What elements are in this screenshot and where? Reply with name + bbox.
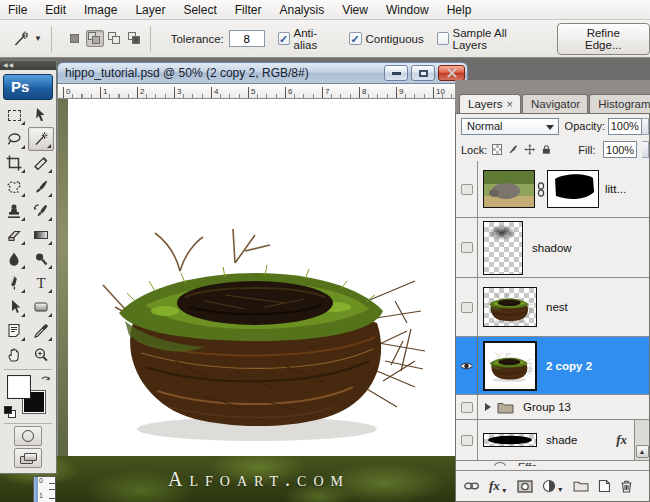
link-layers-button[interactable]	[463, 480, 480, 492]
zoom-tool[interactable]	[28, 343, 54, 367]
notes-tool[interactable]	[1, 319, 27, 343]
layer-thumbnail[interactable]	[483, 433, 537, 447]
blend-mode-select[interactable]: Normal	[461, 118, 559, 135]
adjustment-layer-button[interactable]: ▼	[542, 479, 564, 493]
visibility-toggle[interactable]	[456, 337, 478, 394]
new-group-button[interactable]	[573, 480, 589, 492]
expand-triangle-icon[interactable]	[485, 403, 491, 411]
visibility-toggle[interactable]	[456, 161, 478, 217]
shape-tool[interactable]	[28, 295, 54, 319]
tab-histogram[interactable]: Histogram	[589, 94, 650, 113]
sample-all-layers-checkbox[interactable]	[437, 32, 449, 45]
lasso-tool[interactable]	[1, 127, 27, 151]
layer-row-2-copy-2[interactable]: 2 copy 2	[456, 337, 649, 395]
layer-row-litt[interactable]: litt...	[456, 161, 649, 218]
horizontal-ruler[interactable]: 0 1 2 3 4 5 6 7 8 9 10	[57, 84, 468, 99]
delete-layer-button[interactable]	[620, 479, 633, 493]
visibility-toggle[interactable]	[456, 420, 478, 460]
contiguous-checkbox[interactable]: ✓	[349, 32, 362, 45]
new-layer-button[interactable]	[598, 479, 611, 493]
pen-tool[interactable]	[1, 271, 27, 295]
healing-patch-tool[interactable]	[1, 175, 27, 199]
layer-effects-badge[interactable]: fx	[616, 432, 627, 448]
clone-stamp-tool[interactable]	[1, 199, 27, 223]
type-tool[interactable]: T	[28, 271, 54, 295]
palette-collapse-bar[interactable]: ◀◀	[0, 61, 56, 70]
minimize-button[interactable]	[384, 65, 408, 81]
magic-wand-tool[interactable]	[28, 127, 54, 151]
tab-navigator[interactable]: Navigator	[522, 94, 588, 113]
dodge-burn-tool[interactable]	[28, 247, 54, 271]
menu-image[interactable]: Image	[75, 1, 126, 19]
lock-pixels-icon[interactable]	[507, 143, 519, 156]
foreground-color-swatch[interactable]	[7, 375, 31, 399]
layer-style-button[interactable]: fx▼	[489, 478, 508, 494]
fill-spinner[interactable]	[642, 141, 649, 158]
menu-layer[interactable]: Layer	[126, 1, 174, 19]
refine-edge-button[interactable]: Refine Edge...	[557, 23, 650, 55]
layer-mask-thumbnail[interactable]	[547, 170, 599, 208]
layer-thumbnail[interactable]	[483, 287, 537, 327]
menu-filter[interactable]: Filter	[226, 1, 271, 19]
quick-mask-button[interactable]	[14, 426, 42, 446]
menu-view[interactable]: View	[333, 1, 377, 19]
blur-tool[interactable]	[1, 247, 27, 271]
lock-position-icon[interactable]	[524, 143, 536, 156]
fill-input[interactable]: 100%	[603, 141, 636, 158]
eyedropper-tool[interactable]	[28, 319, 54, 343]
layer-row-shade[interactable]: shade fx ▲	[456, 420, 649, 461]
lock-transparency-icon[interactable]	[492, 144, 502, 155]
path-selection-tool[interactable]	[1, 295, 27, 319]
layer-thumbnail[interactable]	[483, 221, 523, 275]
intersect-selection-button[interactable]	[126, 30, 144, 47]
visibility-toggle[interactable]	[456, 218, 478, 277]
layers-scrollbar[interactable]: ▲	[634, 420, 649, 460]
marquee-tool[interactable]	[1, 103, 27, 127]
menu-window[interactable]: Window	[377, 1, 438, 19]
hand-tool[interactable]	[1, 343, 27, 367]
layer-row-nest[interactable]: nest	[456, 278, 649, 337]
layer-thumbnail[interactable]	[483, 170, 535, 208]
opacity-input[interactable]: 100%	[608, 118, 642, 135]
add-layer-mask-button[interactable]	[517, 480, 533, 493]
menu-analysis[interactable]: Analysis	[270, 1, 333, 19]
screen-mode-button[interactable]	[14, 448, 42, 468]
close-button[interactable]	[438, 65, 465, 81]
move-tool[interactable]	[28, 103, 54, 127]
history-brush-tool[interactable]	[28, 199, 54, 223]
tab-close-icon[interactable]: ×	[507, 98, 513, 110]
lock-all-icon[interactable]	[541, 143, 552, 156]
default-colors-icon[interactable]	[4, 406, 16, 418]
tolerance-input[interactable]	[229, 30, 265, 47]
opacity-spinner[interactable]	[642, 118, 649, 135]
maximize-button[interactable]	[411, 65, 435, 81]
subtract-from-selection-button[interactable]	[106, 30, 124, 47]
brush-tool[interactable]	[28, 175, 54, 199]
gradient-tool[interactable]	[28, 223, 54, 247]
sample-all-layers-option[interactable]: Sample All Layers	[437, 27, 535, 51]
layer-row-shadow[interactable]: shadow	[456, 218, 649, 278]
visibility-toggle[interactable]	[456, 395, 478, 419]
menu-file[interactable]: File	[0, 1, 36, 19]
anti-alias-checkbox[interactable]: ✓	[278, 32, 290, 45]
new-selection-button[interactable]	[66, 30, 84, 47]
add-to-selection-button[interactable]	[86, 30, 104, 47]
slice-tool[interactable]	[28, 151, 54, 175]
active-tool-preset[interactable]: ▼	[8, 27, 45, 51]
mask-link-icon[interactable]	[537, 182, 545, 197]
menu-select[interactable]: Select	[174, 1, 225, 19]
visibility-toggle[interactable]	[456, 278, 478, 336]
canvas[interactable]	[57, 99, 468, 456]
layer-thumbnail[interactable]	[483, 341, 537, 391]
contiguous-option[interactable]: ✓ Contiguous	[349, 32, 424, 45]
menu-edit[interactable]: Edit	[36, 1, 75, 19]
swap-colors-icon[interactable]	[40, 374, 51, 385]
layer-row-group-13[interactable]: Group 13	[456, 395, 649, 420]
menu-help[interactable]: Help	[438, 1, 481, 19]
document-title-bar[interactable]: hippo_tutorial.psd @ 50% (2 copy 2, RGB/…	[57, 62, 468, 84]
tab-layers[interactable]: Layers×	[459, 94, 521, 113]
crop-tool[interactable]	[1, 151, 27, 175]
scroll-up-button[interactable]: ▲	[636, 445, 649, 458]
anti-alias-option[interactable]: ✓ Anti-alias	[278, 27, 336, 51]
eraser-tool[interactable]	[1, 223, 27, 247]
